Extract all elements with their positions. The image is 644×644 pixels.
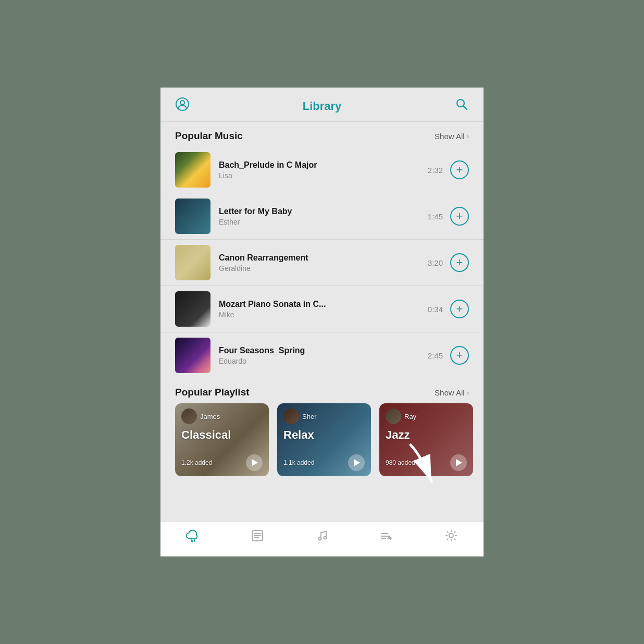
music-item[interactable]: Canon Rearrangement Geraldine 3:20 +: [160, 240, 484, 286]
header: Library: [160, 88, 484, 122]
play-icon: [456, 459, 462, 466]
album-art: [175, 245, 210, 280]
music-duration: 2:45: [428, 351, 443, 360]
music-title: Canon Rearrangement: [219, 253, 428, 263]
playlist-card[interactable]: James Classical 1.2k added: [175, 403, 269, 476]
add-track-button[interactable]: +: [450, 253, 469, 272]
card-username: Ray: [404, 413, 416, 420]
nav-item-note[interactable]: [315, 528, 329, 547]
card-playlist-name: Classical: [181, 428, 263, 442]
add-track-button[interactable]: +: [450, 300, 469, 318]
phone-frame: Library Popular Music Show All › Bach_Pr…: [160, 88, 484, 556]
svg-point-1: [180, 101, 184, 105]
music-artist: Mike: [219, 311, 428, 319]
music-info: Canon Rearrangement Geraldine: [219, 253, 428, 273]
bottom-nav: [160, 522, 484, 556]
add-track-button[interactable]: +: [450, 160, 469, 179]
music-item[interactable]: Four Seasons_Spring Eduardo 2:45 +: [160, 332, 484, 378]
card-avatar: [386, 408, 401, 424]
nav-item-playlist[interactable]: [250, 528, 265, 547]
card-avatar: [283, 408, 299, 424]
card-avatar: [181, 408, 197, 424]
playlist-card[interactable]: Sher Relax 1.1k added: [277, 403, 371, 476]
music-title: Letter for My Baby: [219, 207, 428, 216]
card-added: 980 added: [386, 459, 415, 466]
music-title: Mozart Piano Sonata in C...: [219, 300, 428, 309]
popular-music-title: Popular Music: [175, 130, 243, 142]
music-item[interactable]: Mozart Piano Sonata in C... Mike 0:34 +: [160, 286, 484, 332]
card-username: Sher: [302, 413, 316, 420]
playlist-section: Popular Playlist Show All › James Classi…: [160, 378, 484, 522]
nav-item-cloud[interactable]: [185, 528, 200, 547]
note-icon: [315, 528, 329, 546]
svg-point-12: [319, 538, 321, 540]
nav-item-edit[interactable]: [379, 528, 394, 547]
card-play-button[interactable]: [246, 454, 263, 471]
music-artist: Eduardo: [219, 357, 428, 365]
show-all-playlist-button[interactable]: Show All ›: [435, 388, 469, 397]
card-content: Sher Relax 1.1k added: [277, 403, 371, 476]
svg-line-3: [464, 106, 467, 110]
popular-music-header: Popular Music Show All ›: [160, 122, 484, 147]
music-artist: Geraldine: [219, 264, 428, 273]
music-artist: Lisa: [219, 171, 428, 180]
cloud-icon: [185, 528, 200, 546]
album-art: [175, 152, 210, 188]
music-item[interactable]: Letter for My Baby Esther 1:45 +: [160, 193, 484, 240]
card-added: 1.2k added: [181, 459, 212, 466]
popular-playlist-title: Popular Playlist: [175, 387, 250, 398]
card-avatar-row: Sher: [283, 408, 365, 424]
card-play-button[interactable]: [450, 454, 467, 471]
playlist-icon: [250, 528, 265, 546]
search-icon[interactable]: [454, 97, 469, 115]
card-play-button[interactable]: [348, 454, 365, 471]
card-playlist-name: Relax: [283, 428, 365, 442]
music-duration: 3:20: [428, 258, 443, 267]
album-art: [175, 291, 210, 327]
add-track-button[interactable]: +: [450, 346, 469, 365]
add-track-button[interactable]: +: [450, 207, 469, 226]
edit-icon: [379, 528, 394, 546]
settings-icon: [444, 528, 459, 546]
svg-point-17: [449, 534, 453, 538]
card-avatar-row: Ray: [386, 408, 467, 424]
play-icon: [354, 459, 360, 466]
playlist-card[interactable]: Ray Jazz 980 added: [379, 403, 473, 476]
play-icon: [252, 459, 258, 466]
album-art: [175, 199, 210, 234]
music-duration: 1:45: [428, 212, 443, 221]
card-added: 1.1k added: [283, 459, 314, 466]
card-avatar-row: James: [181, 408, 263, 424]
chevron-right-icon-playlist: ›: [467, 389, 469, 397]
music-title: Four Seasons_Spring: [219, 346, 428, 355]
card-bottom: 1.1k added: [283, 454, 365, 471]
card-bottom: 1.2k added: [181, 454, 263, 471]
card-bottom: 980 added: [386, 454, 467, 471]
music-duration: 0:34: [428, 305, 443, 314]
music-info: Letter for My Baby Esther: [219, 207, 428, 226]
page-title: Library: [303, 100, 342, 113]
album-art: [175, 338, 210, 373]
music-list: Bach_Prelude in C Major Lisa 2:32 + Lett…: [160, 147, 484, 378]
playlist-scroll: James Classical 1.2k added Sher Relax 1.…: [160, 403, 484, 487]
music-info: Four Seasons_Spring Eduardo: [219, 346, 428, 365]
chevron-right-icon: ›: [467, 132, 469, 140]
music-info: Mozart Piano Sonata in C... Mike: [219, 300, 428, 319]
card-playlist-name: Jazz: [386, 428, 467, 442]
card-content: Ray Jazz 980 added: [379, 403, 473, 476]
music-duration: 2:32: [428, 166, 443, 175]
profile-icon[interactable]: [175, 97, 190, 115]
svg-point-13: [324, 537, 327, 539]
nav-item-settings[interactable]: [444, 528, 459, 547]
music-artist: Esther: [219, 218, 428, 226]
popular-playlist-header: Popular Playlist Show All ›: [160, 378, 484, 403]
music-item[interactable]: Bach_Prelude in C Major Lisa 2:32 +: [160, 147, 484, 193]
card-username: James: [200, 413, 220, 420]
card-content: James Classical 1.2k added: [175, 403, 269, 476]
show-all-music-button[interactable]: Show All ›: [435, 132, 469, 141]
music-title: Bach_Prelude in C Major: [219, 160, 428, 170]
music-info: Bach_Prelude in C Major Lisa: [219, 160, 428, 180]
